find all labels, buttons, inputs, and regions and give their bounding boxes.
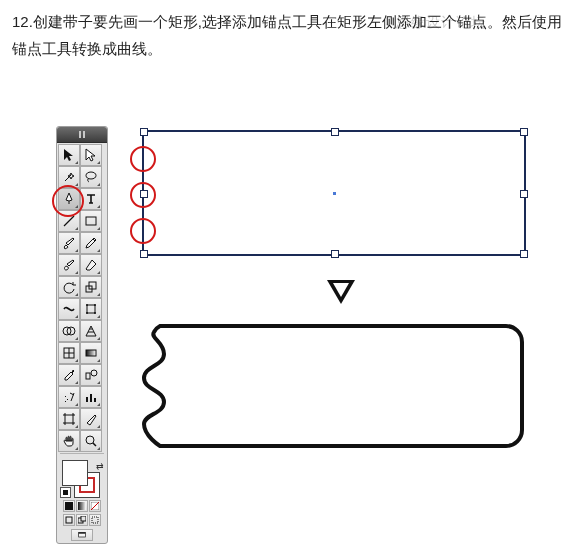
added-anchor-marker bbox=[130, 218, 156, 244]
svg-point-7 bbox=[94, 312, 96, 314]
panel-grip[interactable] bbox=[57, 127, 107, 143]
perspective-grid-tool[interactable] bbox=[80, 320, 102, 342]
svg-rect-17 bbox=[78, 502, 86, 510]
fill-swatch[interactable] bbox=[62, 460, 88, 486]
added-anchor-marker bbox=[130, 146, 156, 172]
svg-rect-25 bbox=[79, 532, 86, 533]
direct-selection-tool[interactable] bbox=[80, 144, 102, 166]
scale-tool[interactable] bbox=[80, 276, 102, 298]
rectangle-tool[interactable] bbox=[80, 210, 102, 232]
selected-rectangle bbox=[142, 130, 526, 256]
svg-rect-3 bbox=[87, 305, 95, 313]
blob-brush-tool[interactable] bbox=[58, 254, 80, 276]
pencil-tool[interactable] bbox=[80, 232, 102, 254]
color-mode-button[interactable] bbox=[63, 500, 75, 512]
svg-rect-14 bbox=[65, 415, 73, 423]
draw-normal-button[interactable] bbox=[63, 514, 75, 526]
down-arrow-icon bbox=[327, 280, 355, 304]
none-mode-button[interactable] bbox=[89, 500, 101, 512]
zoom-tool[interactable] bbox=[80, 430, 102, 452]
svg-point-15 bbox=[86, 436, 94, 444]
shape-builder-tool[interactable] bbox=[58, 320, 80, 342]
handle-icon bbox=[140, 128, 148, 136]
artboard-tool[interactable] bbox=[58, 408, 80, 430]
curved-result-shape bbox=[142, 324, 556, 448]
handle-icon bbox=[520, 190, 528, 198]
handle-icon bbox=[140, 250, 148, 258]
svg-rect-22 bbox=[81, 516, 86, 521]
center-point-icon bbox=[333, 192, 336, 195]
fill-stroke-swatches[interactable]: ⇄ bbox=[60, 458, 104, 498]
magic-wand-tool[interactable] bbox=[58, 166, 80, 188]
svg-rect-20 bbox=[66, 517, 72, 523]
free-transform-tool[interactable] bbox=[80, 298, 102, 320]
screen-mode-button[interactable] bbox=[71, 529, 93, 541]
svg-point-13 bbox=[91, 370, 97, 376]
tool-divider bbox=[60, 453, 104, 454]
line-segment-tool[interactable] bbox=[58, 210, 80, 232]
added-anchor-marker bbox=[130, 182, 156, 208]
eyedropper-tool[interactable] bbox=[58, 364, 80, 386]
default-fill-stroke-icon[interactable] bbox=[60, 487, 71, 498]
handle-icon bbox=[520, 128, 528, 136]
rotate-tool[interactable] bbox=[58, 276, 80, 298]
lasso-tool[interactable] bbox=[80, 166, 102, 188]
handle-icon bbox=[331, 250, 339, 258]
handle-icon bbox=[331, 128, 339, 136]
paintbrush-tool[interactable] bbox=[58, 232, 80, 254]
tools-panel: ⇄ bbox=[56, 126, 108, 544]
blend-tool[interactable] bbox=[80, 364, 102, 386]
svg-rect-0 bbox=[86, 217, 96, 225]
draw-behind-button[interactable] bbox=[76, 514, 88, 526]
svg-point-6 bbox=[86, 312, 88, 314]
handle-icon bbox=[520, 250, 528, 258]
swap-fill-stroke-icon[interactable]: ⇄ bbox=[96, 458, 104, 474]
screen-mode-row bbox=[57, 529, 107, 541]
gradient-mode-button[interactable] bbox=[76, 500, 88, 512]
draw-mode-row bbox=[57, 514, 107, 526]
svg-rect-16 bbox=[65, 502, 73, 510]
pen-tool[interactable] bbox=[58, 188, 80, 210]
svg-rect-12 bbox=[86, 373, 90, 379]
eraser-tool[interactable] bbox=[80, 254, 102, 276]
symbol-sprayer-tool[interactable] bbox=[58, 386, 80, 408]
tool-grid bbox=[57, 143, 107, 456]
mesh-tool[interactable] bbox=[58, 342, 80, 364]
width-tool[interactable] bbox=[58, 298, 80, 320]
svg-rect-23 bbox=[92, 517, 98, 523]
step-instruction: 12.创建带子要先画一个矩形,选择添加锚点工具在矩形左侧添加三个锚点。然后使用锚… bbox=[12, 8, 564, 62]
gradient-tool[interactable] bbox=[80, 342, 102, 364]
svg-rect-11 bbox=[86, 350, 96, 356]
color-mode-row bbox=[57, 500, 107, 512]
svg-point-4 bbox=[86, 304, 88, 306]
column-graph-tool[interactable] bbox=[80, 386, 102, 408]
slice-tool[interactable] bbox=[80, 408, 102, 430]
demo-area bbox=[126, 130, 556, 448]
hand-tool[interactable] bbox=[58, 430, 80, 452]
selection-tool[interactable] bbox=[58, 144, 80, 166]
draw-inside-button[interactable] bbox=[89, 514, 101, 526]
svg-point-5 bbox=[94, 304, 96, 306]
rectangle-with-anchors bbox=[142, 130, 556, 256]
type-tool[interactable] bbox=[80, 188, 102, 210]
